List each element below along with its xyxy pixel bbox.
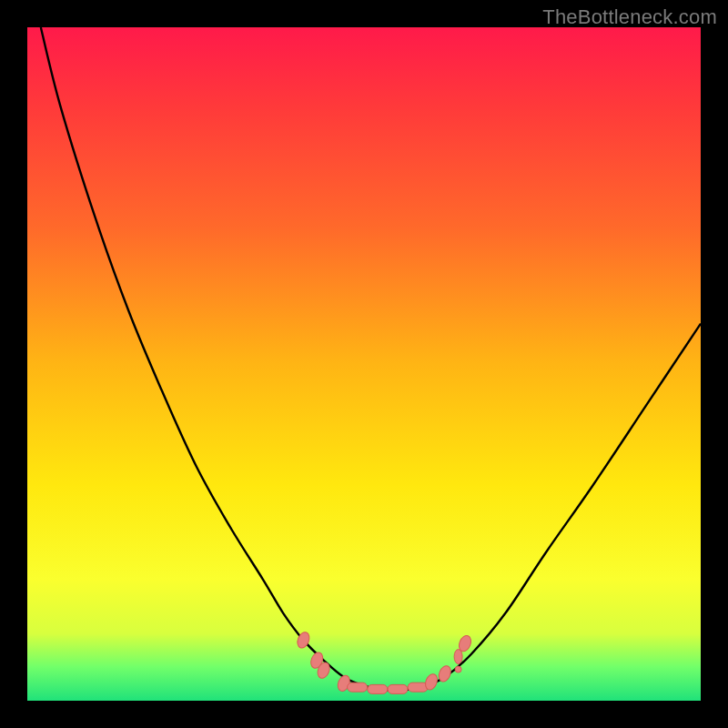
curve-marker (368, 684, 388, 693)
curve-marker (454, 650, 462, 664)
watermark-text: TheBottleneck.com (542, 5, 717, 29)
curve-layer (27, 27, 701, 701)
chart-frame: TheBottleneck.com (0, 0, 728, 728)
plot-area (27, 27, 701, 701)
curve-marker (455, 666, 461, 672)
curve-marker (348, 682, 368, 692)
curve-marker (388, 684, 408, 693)
curve-marker (408, 682, 428, 692)
marker-group (295, 631, 472, 694)
bottleneck-curve (41, 27, 701, 691)
